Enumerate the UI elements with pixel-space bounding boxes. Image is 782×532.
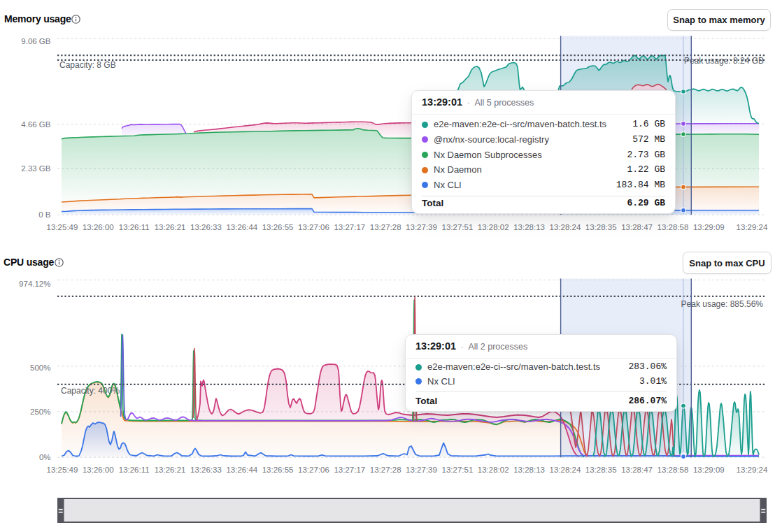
svg-text:0%: 0% bbox=[39, 453, 51, 461]
svg-text:13:28:02: 13:28:02 bbox=[478, 466, 509, 474]
svg-text:9.06 GB: 9.06 GB bbox=[21, 37, 51, 45]
svg-text:4.66 GB: 4.66 GB bbox=[21, 120, 51, 129]
svg-text:Peak usage: 885.56%: Peak usage: 885.56% bbox=[681, 299, 764, 309]
svg-text:13:27:06: 13:27:06 bbox=[298, 466, 329, 474]
svg-text:13:26:55: 13:26:55 bbox=[262, 466, 294, 474]
svg-text:13:27:39: 13:27:39 bbox=[406, 466, 437, 474]
svg-text:13:26:11: 13:26:11 bbox=[119, 466, 150, 474]
svg-text:13:26:00: 13:26:00 bbox=[83, 466, 114, 474]
svg-text:13:27:06: 13:27:06 bbox=[298, 223, 329, 231]
svg-text:500%: 500% bbox=[30, 364, 50, 372]
svg-text:13:26:55: 13:26:55 bbox=[262, 223, 294, 231]
svg-text:13:26:44: 13:26:44 bbox=[226, 223, 257, 231]
svg-text:13:28:24: 13:28:24 bbox=[550, 223, 581, 231]
svg-text:13:26:44: 13:26:44 bbox=[226, 466, 257, 474]
svg-text:13:28:13: 13:28:13 bbox=[513, 223, 545, 231]
svg-text:13:27:51: 13:27:51 bbox=[442, 223, 474, 231]
svg-text:13:28:35: 13:28:35 bbox=[585, 466, 617, 474]
svg-text:974.12%: 974.12% bbox=[19, 280, 50, 288]
svg-text:13:28:24: 13:28:24 bbox=[550, 466, 581, 474]
svg-text:13:28:47: 13:28:47 bbox=[621, 466, 653, 474]
svg-text:13:26:00: 13:26:00 bbox=[83, 223, 114, 231]
svg-text:13:29:24: 13:29:24 bbox=[737, 466, 768, 474]
svg-text:13:26:21: 13:26:21 bbox=[155, 223, 186, 231]
svg-text:13:28:02: 13:28:02 bbox=[478, 223, 509, 231]
svg-text:0 B: 0 B bbox=[38, 210, 51, 219]
svg-text:13:29:09: 13:29:09 bbox=[693, 223, 725, 231]
svg-text:250%: 250% bbox=[30, 408, 50, 416]
svg-text:13:28:47: 13:28:47 bbox=[621, 223, 653, 231]
svg-text:Capacity: 8 GB: Capacity: 8 GB bbox=[59, 60, 116, 70]
svg-text:13:27:28: 13:27:28 bbox=[370, 223, 401, 231]
svg-text:13:25:49: 13:25:49 bbox=[47, 223, 78, 231]
svg-text:2.33 GB: 2.33 GB bbox=[21, 164, 51, 173]
svg-text:13:27:17: 13:27:17 bbox=[334, 466, 365, 474]
svg-text:13:26:33: 13:26:33 bbox=[190, 223, 222, 231]
svg-text:13:29:24: 13:29:24 bbox=[737, 223, 768, 231]
svg-text:13:27:39: 13:27:39 bbox=[406, 223, 437, 231]
svg-text:13:26:11: 13:26:11 bbox=[119, 223, 150, 231]
svg-text:13:29:09: 13:29:09 bbox=[693, 466, 725, 474]
svg-text:Peak usage: 8.24 GB: Peak usage: 8.24 GB bbox=[684, 56, 764, 66]
svg-text:13:28:58: 13:28:58 bbox=[657, 223, 689, 231]
svg-text:13:27:17: 13:27:17 bbox=[334, 223, 365, 231]
svg-text:13:25:49: 13:25:49 bbox=[47, 466, 78, 474]
svg-text:13:28:13: 13:28:13 bbox=[513, 466, 545, 474]
svg-text:13:27:28: 13:27:28 bbox=[370, 466, 401, 474]
svg-text:13:26:33: 13:26:33 bbox=[190, 466, 222, 474]
svg-text:Capacity: 400%: Capacity: 400% bbox=[61, 386, 120, 396]
svg-text:13:26:21: 13:26:21 bbox=[155, 466, 186, 474]
svg-text:13:28:35: 13:28:35 bbox=[585, 223, 617, 231]
svg-text:13:28:58: 13:28:58 bbox=[657, 466, 689, 474]
svg-text:13:27:51: 13:27:51 bbox=[442, 466, 474, 474]
